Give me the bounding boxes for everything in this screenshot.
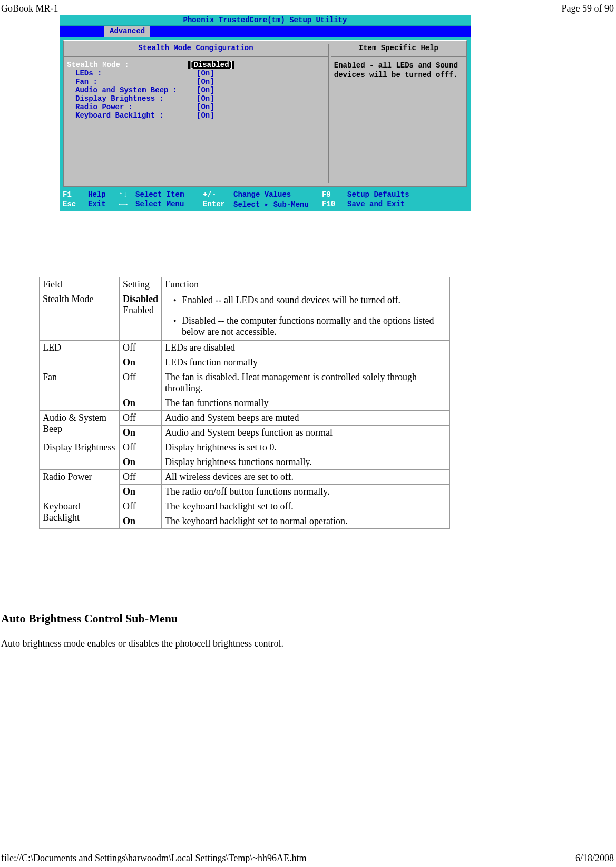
col-field: Field <box>40 277 120 292</box>
settings-table: Field Setting Function Stealth Mode Disa… <box>39 277 450 529</box>
row-led-off: LED Off LEDs are disabled <box>40 341 450 355</box>
bios-item-fan: Fan : [On] <box>67 78 325 86</box>
header-doc-title: GoBook MR-1 <box>1 3 58 14</box>
bios-help-title: Item Specific Help <box>334 44 463 52</box>
bios-body: Stealth Mode Congiguration Stealth Mode … <box>63 40 467 187</box>
section-heading: Auto Brightness Control Sub-Menu <box>1 612 178 625</box>
row-stealth: Stealth Mode Disabled Enabled Enabled --… <box>40 292 450 341</box>
bios-item-label: Stealth Mode : <box>67 61 188 69</box>
arrows-leftright-icon: ←→ <box>119 200 131 209</box>
bios-title: Phoenix TrustedCore(tm) Setup Utility <box>60 15 471 26</box>
footer-date: 6/18/2008 <box>575 853 614 864</box>
list-item: Disabled -- the computer functions norma… <box>175 315 446 338</box>
header-page-number: Page 59 of 90 <box>562 3 614 14</box>
bios-item-value: [Disabled] <box>188 61 234 69</box>
col-setting: Setting <box>120 277 162 292</box>
row-display-off: Display Brightness Off Display brightnes… <box>40 440 450 455</box>
bios-footer: F1 Help ↑↓ Select Item +/- Change Values… <box>60 189 471 211</box>
bios-item-audio: Audio and System Beep : [On] <box>67 86 325 94</box>
bios-key-f10: F10 <box>322 200 343 209</box>
bios-key-f9: F9 <box>322 190 343 199</box>
bios-item-radio: Radio Power : [On] <box>67 103 325 111</box>
col-function: Function <box>162 277 450 292</box>
bios-left-pane: Stealth Mode Congiguration Stealth Mode … <box>67 44 329 183</box>
bios-item-stealth-mode: Stealth Mode : [Disabled] <box>67 61 325 69</box>
arrows-updown-icon: ↑↓ <box>119 190 131 199</box>
table-header-row: Field Setting Function <box>40 277 450 292</box>
footer-file-path: file://C:\Documents and Settings\harwood… <box>1 853 306 864</box>
bios-item-leds: LEDs : [On] <box>67 69 325 78</box>
row-kb-off: Keyboard Backlight Off The keyboard back… <box>40 499 450 514</box>
row-radio-off: Radio Power Off All wireless devices are… <box>40 470 450 485</box>
bios-key-f1: F1 <box>63 190 84 199</box>
row-fan-off: Fan Off The fan is disabled. Heat manage… <box>40 370 450 396</box>
bios-help-text: Enabled - all LEDs and Sound devices wil… <box>334 61 463 80</box>
bios-key-pm: +/- <box>203 190 229 199</box>
bios-help-pane: Item Specific Help Enabled - all LEDs an… <box>329 44 463 183</box>
bios-tab-advanced: Advanced <box>104 26 150 37</box>
row-audio-off: Audio & System Beep Off Audio and System… <box>40 411 450 426</box>
bios-item-display: Display Brightness : [On] <box>67 94 325 103</box>
bios-screenshot: Phoenix TrustedCore(tm) Setup Utility Ad… <box>60 15 471 211</box>
bios-key-esc: Esc <box>63 200 84 209</box>
bios-item-keyboard: Keyboard Backlight : [On] <box>67 111 325 120</box>
bios-left-title: Stealth Mode Congiguration <box>67 44 325 52</box>
bios-key-enter: Enter <box>203 200 229 209</box>
list-item: Enabled -- all LEDs and sound devices wi… <box>175 295 446 306</box>
bios-tab-bar: Advanced <box>60 26 471 37</box>
section-paragraph: Auto brightness mode enables or disables… <box>1 638 283 649</box>
